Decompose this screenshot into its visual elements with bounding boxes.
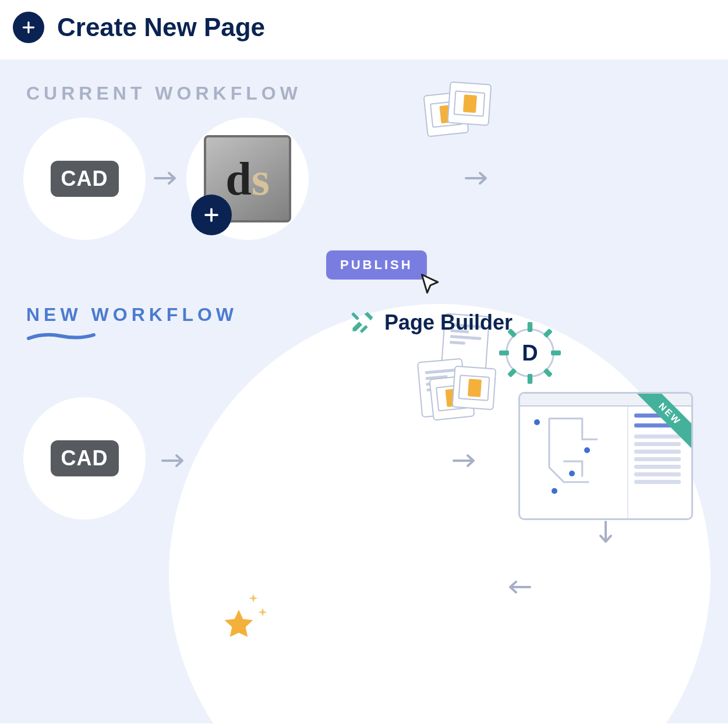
underline-icon — [26, 330, 96, 342]
star-icon — [221, 607, 256, 642]
svg-rect-9 — [360, 325, 368, 333]
arrow-down-icon — [598, 520, 614, 547]
cad-badge: CAD — [51, 161, 119, 197]
arrow-right-icon — [451, 453, 479, 469]
plus-icon — [191, 195, 232, 235]
svg-rect-10 — [351, 312, 359, 320]
publish-label: PUBLISH — [340, 257, 413, 272]
arrow-right-icon — [153, 170, 181, 186]
ds-d-char: d — [225, 153, 252, 204]
publish-button[interactable]: PUBLISH — [326, 250, 427, 280]
svg-rect-4 — [551, 351, 561, 355]
sparkle-icon — [247, 593, 260, 606]
page-builder-label: Page Builder — [349, 310, 513, 335]
page-builder-text: Page Builder — [384, 310, 513, 335]
cad-node: CAD — [23, 397, 146, 520]
arrow-right-icon — [160, 453, 188, 469]
cad-badge: CAD — [51, 440, 119, 476]
sparkle-icon — [256, 607, 269, 620]
ds-tile: ds — [204, 135, 291, 222]
svg-rect-2 — [528, 374, 532, 384]
cursor-icon — [418, 271, 443, 297]
heading-new-workflow: New Workflow — [26, 304, 238, 326]
heading-current-workflow: Current Workflow — [26, 83, 302, 104]
page-header: Create New Page — [0, 0, 728, 59]
page-title: Create New Page — [57, 13, 265, 42]
cad-node: CAD — [23, 118, 146, 240]
result-frame-current: NEW — [518, 392, 693, 520]
photo-chip — [447, 82, 492, 126]
svg-rect-1 — [528, 322, 532, 332]
photo-chip — [452, 366, 497, 411]
gear-icon — [499, 322, 561, 384]
svg-rect-6 — [543, 328, 552, 338]
tools-icon — [349, 310, 375, 335]
svg-rect-3 — [499, 351, 509, 355]
ds-s-char: s — [252, 153, 270, 204]
svg-rect-7 — [507, 368, 517, 377]
arrow-right-icon — [464, 170, 492, 186]
svg-rect-8 — [543, 368, 552, 377]
d-gear-token: D — [506, 328, 554, 377]
plus-icon — [13, 12, 44, 43]
svg-rect-5 — [507, 328, 517, 338]
arrow-left-icon — [504, 579, 532, 595]
diagram-canvas: Current Workflow New Workflow CAD ds PUB… — [0, 59, 728, 723]
